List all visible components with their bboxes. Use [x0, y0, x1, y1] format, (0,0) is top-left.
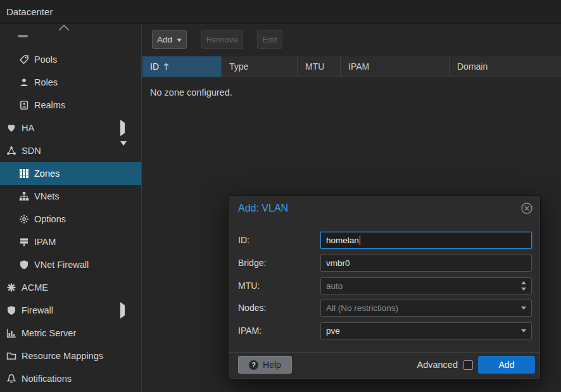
sidebar-item-label: Notifications [22, 367, 72, 390]
bridge-field-row: Bridge: vmbr0 [229, 255, 540, 272]
tags-icon [19, 54, 29, 65]
sitemap-icon [19, 191, 29, 201]
sidebar-item-label: HA [22, 117, 34, 139]
table-header: ID Type MTU IPAM Domain [142, 56, 561, 77]
sidebar-item-label: VNet Firewall [34, 253, 89, 276]
grid-icon [19, 168, 29, 179]
sidebar-item-label: Pools [34, 48, 57, 71]
heartbeat-icon [6, 123, 16, 133]
mtu-spinner[interactable]: auto [320, 277, 532, 294]
spinner-down-icon[interactable] [521, 288, 526, 291]
certificate-icon [6, 282, 16, 293]
id-input[interactable]: homelan [320, 232, 532, 249]
remove-button-label: Remove [206, 35, 238, 44]
shield-icon [6, 305, 16, 315]
ipam-field-row: IPAM: pve [229, 322, 540, 339]
column-header-id[interactable]: ID [142, 56, 222, 77]
sidebar-item-vnets[interactable]: VNets [0, 185, 141, 208]
page-title: Datacenter [6, 0, 53, 24]
sidebar-item-ha[interactable]: HA [0, 117, 141, 139]
help-button[interactable]: ? Help [238, 356, 292, 374]
remove-button[interactable]: Remove [201, 30, 243, 49]
chevron-down-icon [177, 39, 182, 42]
ipam-field-label: IPAM: [238, 322, 262, 339]
folder-icon [6, 351, 16, 361]
mtu-field-label: MTU: [238, 277, 260, 294]
id-field-row: ID: homelan [229, 232, 540, 249]
dialog-title: Add: VLAN [238, 203, 288, 214]
sidebar-item-acme[interactable]: ACME [0, 276, 141, 299]
sidebar-item-pools[interactable]: Pools [0, 48, 141, 71]
column-header-type[interactable]: Type [222, 56, 298, 77]
sidebar-item-label: Realms [34, 94, 65, 117]
shield-icon [19, 260, 29, 270]
edit-button-label: Edit [262, 35, 277, 44]
dialog-footer-divider [229, 352, 540, 353]
sidebar-item-ipam[interactable]: IPAM [0, 231, 141, 253]
sidebar-item-zones[interactable]: Zones [0, 162, 141, 185]
column-header-mtu[interactable]: MTU [298, 56, 341, 77]
top-bar: Datacenter [0, 0, 561, 24]
sidebar-item-resource-mappings[interactable]: Resource Mappings [0, 345, 141, 367]
advanced-toggle: Advanced [417, 356, 474, 374]
gear-icon [19, 214, 29, 224]
chevron-up-icon [59, 25, 70, 35]
sidebar-item-label: IPAM [34, 231, 56, 253]
advanced-label: Advanced [417, 360, 458, 370]
question-icon: ? [249, 360, 258, 370]
bar-chart-icon [6, 328, 16, 338]
chevron-right-icon[interactable] [120, 305, 125, 315]
address-book-icon [19, 100, 29, 110]
submit-add-button[interactable]: Add [478, 356, 535, 374]
sidebar-item-label: Roles [34, 71, 58, 94]
partial-icon [18, 35, 28, 37]
add-menu-button[interactable]: Add [152, 30, 187, 49]
sidebar-item-metric-server[interactable]: Metric Server [0, 322, 141, 345]
sidebar-item-roles[interactable]: Roles [0, 71, 141, 94]
text-cursor [360, 236, 360, 245]
bridge-input[interactable]: vmbr0 [320, 255, 532, 272]
empty-table-message: No zone configured. [150, 87, 232, 98]
nodes-field-label: Nodes: [238, 300, 266, 317]
chevron-right-icon[interactable] [120, 123, 125, 133]
sidebar-item-label: Firewall [22, 299, 53, 322]
bell-icon [6, 374, 16, 384]
sidebar-item-label: Options [34, 208, 66, 231]
edit-button[interactable]: Edit [257, 30, 282, 49]
sidebar-item-label: Resource Mappings [22, 345, 103, 367]
add-button-label: Add [157, 35, 172, 44]
sidebar-item-realms[interactable]: Realms [0, 94, 141, 117]
sidebar-item-vnet-firewall[interactable]: VNet Firewall [0, 253, 141, 276]
nodes-select[interactable]: All (No restrictions) [320, 300, 532, 317]
chevron-down-icon [521, 307, 526, 310]
column-header-ipam[interactable]: IPAM [341, 56, 450, 77]
sidebar-item-label: Metric Server [22, 322, 76, 345]
sort-asc-icon [163, 63, 169, 71]
bridge-field-label: Bridge: [238, 255, 266, 272]
sidebar-item-notifications[interactable]: Notifications [0, 367, 141, 390]
id-field-label: ID: [238, 232, 249, 249]
sidebar-item-label: ACME [22, 276, 48, 299]
sidebar-item-label: SDN [22, 139, 41, 162]
chevron-down-icon [521, 329, 526, 332]
sidebar-item-firewall[interactable]: Firewall [0, 299, 141, 322]
ipam-select[interactable]: pve [320, 322, 532, 339]
nodes-field-row: Nodes: All (No restrictions) [229, 300, 540, 317]
chevron-down-icon[interactable] [120, 146, 127, 156]
mtu-field-row: MTU: auto [229, 277, 540, 294]
advanced-checkbox[interactable] [463, 360, 473, 370]
network-icon [6, 146, 16, 156]
sidebar-item-sdn[interactable]: SDN [0, 139, 141, 162]
sidebar-item-label: VNets [34, 185, 60, 208]
sidebar-item-label: Zones [34, 162, 60, 185]
column-header-domain[interactable]: Domain [450, 56, 561, 77]
submit-add-label: Add [499, 360, 515, 370]
spinner-up-icon[interactable] [521, 281, 526, 284]
sidebar: Pools Roles Realms HA SDN Zones [0, 25, 142, 392]
close-icon[interactable] [520, 202, 533, 215]
user-icon [19, 77, 29, 87]
help-button-label: Help [263, 360, 281, 370]
add-vlan-dialog: Add: VLAN ID: homelan Bridge: vmbr0 MTU:… [228, 195, 541, 379]
sidebar-partial-item [0, 25, 141, 47]
sidebar-item-options[interactable]: Options [0, 208, 141, 231]
